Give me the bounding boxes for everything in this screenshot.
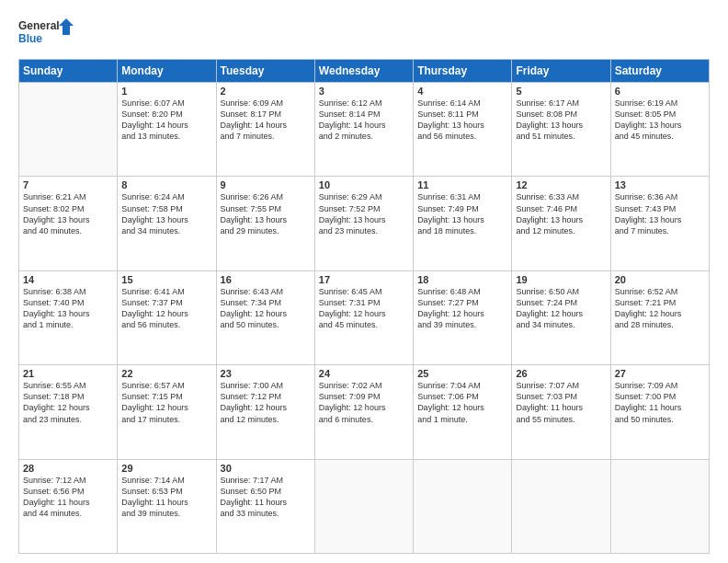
day-info: Sunrise: 7:09 AMSunset: 7:00 PMDaylight:… xyxy=(615,380,705,425)
logo-svg: General Blue xyxy=(18,17,74,50)
calendar-header-thursday: Thursday xyxy=(414,60,512,83)
calendar-header-saturday: Saturday xyxy=(610,60,709,83)
day-number: 3 xyxy=(319,86,409,97)
day-number: 4 xyxy=(417,86,507,97)
day-number: 9 xyxy=(221,179,311,190)
day-number: 25 xyxy=(417,368,507,379)
calendar-cell: 9Sunrise: 6:26 AMSunset: 7:55 PMDaylight… xyxy=(216,177,314,270)
calendar-cell xyxy=(414,459,512,553)
day-number: 15 xyxy=(121,274,211,285)
calendar-cell: 10Sunrise: 6:29 AMSunset: 7:52 PMDayligh… xyxy=(314,177,413,270)
day-info: Sunrise: 6:41 AMSunset: 7:37 PMDaylight:… xyxy=(121,286,211,331)
day-number: 8 xyxy=(121,179,211,190)
day-info: Sunrise: 7:00 AMSunset: 7:12 PMDaylight:… xyxy=(221,380,311,425)
day-info: Sunrise: 6:12 AMSunset: 8:14 PMDaylight:… xyxy=(319,98,409,143)
calendar-week-3: 14Sunrise: 6:38 AMSunset: 7:40 PMDayligh… xyxy=(19,270,710,364)
calendar-cell: 26Sunrise: 7:07 AMSunset: 7:03 PMDayligh… xyxy=(512,365,610,459)
day-number: 20 xyxy=(615,274,705,285)
day-number: 22 xyxy=(121,368,211,379)
day-info: Sunrise: 7:14 AMSunset: 6:53 PMDaylight:… xyxy=(121,475,211,520)
calendar-cell: 15Sunrise: 6:41 AMSunset: 7:37 PMDayligh… xyxy=(118,270,216,364)
calendar-week-4: 21Sunrise: 6:55 AMSunset: 7:18 PMDayligh… xyxy=(19,365,710,459)
calendar-cell xyxy=(512,459,610,553)
day-number: 5 xyxy=(516,86,606,97)
day-info: Sunrise: 6:31 AMSunset: 7:49 PMDaylight:… xyxy=(417,191,507,236)
logo-triangle xyxy=(59,18,74,35)
calendar-header-monday: Monday xyxy=(118,60,216,83)
day-info: Sunrise: 7:07 AMSunset: 7:03 PMDaylight:… xyxy=(516,380,606,425)
day-info: Sunrise: 6:43 AMSunset: 7:34 PMDaylight:… xyxy=(221,286,311,331)
calendar-cell: 25Sunrise: 7:04 AMSunset: 7:06 PMDayligh… xyxy=(414,365,512,459)
day-info: Sunrise: 6:55 AMSunset: 7:18 PMDaylight:… xyxy=(23,380,113,425)
day-number: 7 xyxy=(23,179,113,190)
calendar-cell: 1Sunrise: 6:07 AMSunset: 8:20 PMDaylight… xyxy=(118,83,216,177)
calendar-cell xyxy=(314,459,413,553)
calendar-cell: 30Sunrise: 7:17 AMSunset: 6:50 PMDayligh… xyxy=(216,459,314,553)
day-info: Sunrise: 6:19 AMSunset: 8:05 PMDaylight:… xyxy=(615,98,705,143)
calendar-header-tuesday: Tuesday xyxy=(216,60,314,83)
calendar-cell: 7Sunrise: 6:21 AMSunset: 8:02 PMDaylight… xyxy=(19,177,118,270)
day-info: Sunrise: 7:04 AMSunset: 7:06 PMDaylight:… xyxy=(417,380,507,425)
day-number: 29 xyxy=(121,463,211,474)
calendar-cell: 14Sunrise: 6:38 AMSunset: 7:40 PMDayligh… xyxy=(19,270,118,364)
calendar-cell: 24Sunrise: 7:02 AMSunset: 7:09 PMDayligh… xyxy=(314,365,413,459)
logo: General Blue xyxy=(18,17,74,50)
calendar-cell: 6Sunrise: 6:19 AMSunset: 8:05 PMDaylight… xyxy=(610,83,709,177)
day-info: Sunrise: 6:09 AMSunset: 8:17 PMDaylight:… xyxy=(221,98,311,143)
calendar-cell: 3Sunrise: 6:12 AMSunset: 8:14 PMDaylight… xyxy=(314,83,413,177)
day-number: 11 xyxy=(417,179,507,190)
day-number: 30 xyxy=(221,463,311,474)
day-number: 16 xyxy=(221,274,311,285)
logo-general: General xyxy=(18,19,60,32)
day-info: Sunrise: 6:57 AMSunset: 7:15 PMDaylight:… xyxy=(121,380,211,425)
day-info: Sunrise: 6:17 AMSunset: 8:08 PMDaylight:… xyxy=(516,98,606,143)
day-info: Sunrise: 6:24 AMSunset: 7:58 PMDaylight:… xyxy=(121,191,211,236)
calendar-table: SundayMondayTuesdayWednesdayThursdayFrid… xyxy=(18,59,710,554)
day-info: Sunrise: 6:21 AMSunset: 8:02 PMDaylight:… xyxy=(23,191,113,236)
page: General Blue SundayMondayTuesdayWednesda… xyxy=(0,0,728,563)
day-number: 14 xyxy=(23,274,113,285)
calendar-cell xyxy=(610,459,709,553)
day-number: 10 xyxy=(319,179,409,190)
calendar-cell: 12Sunrise: 6:33 AMSunset: 7:46 PMDayligh… xyxy=(512,177,610,270)
day-info: Sunrise: 7:12 AMSunset: 6:56 PMDaylight:… xyxy=(23,475,113,520)
calendar-header-wednesday: Wednesday xyxy=(314,60,413,83)
day-number: 23 xyxy=(221,368,311,379)
day-info: Sunrise: 6:38 AMSunset: 7:40 PMDaylight:… xyxy=(23,286,113,331)
calendar-week-2: 7Sunrise: 6:21 AMSunset: 8:02 PMDaylight… xyxy=(19,177,710,270)
day-number: 2 xyxy=(221,86,311,97)
day-info: Sunrise: 7:02 AMSunset: 7:09 PMDaylight:… xyxy=(319,380,409,425)
calendar-cell: 18Sunrise: 6:48 AMSunset: 7:27 PMDayligh… xyxy=(414,270,512,364)
calendar-cell: 21Sunrise: 6:55 AMSunset: 7:18 PMDayligh… xyxy=(19,365,118,459)
day-number: 13 xyxy=(615,179,705,190)
day-info: Sunrise: 6:33 AMSunset: 7:46 PMDaylight:… xyxy=(516,191,606,236)
calendar-week-5: 28Sunrise: 7:12 AMSunset: 6:56 PMDayligh… xyxy=(19,459,710,553)
day-number: 27 xyxy=(615,368,705,379)
logo-blue: Blue xyxy=(18,32,42,45)
calendar-cell: 5Sunrise: 6:17 AMSunset: 8:08 PMDaylight… xyxy=(512,83,610,177)
calendar-cell: 4Sunrise: 6:14 AMSunset: 8:11 PMDaylight… xyxy=(414,83,512,177)
calendar-cell xyxy=(19,83,118,177)
day-number: 26 xyxy=(516,368,606,379)
calendar-cell: 8Sunrise: 6:24 AMSunset: 7:58 PMDaylight… xyxy=(118,177,216,270)
calendar-cell: 27Sunrise: 7:09 AMSunset: 7:00 PMDayligh… xyxy=(610,365,709,459)
calendar-cell: 13Sunrise: 6:36 AMSunset: 7:43 PMDayligh… xyxy=(610,177,709,270)
calendar-cell: 23Sunrise: 7:00 AMSunset: 7:12 PMDayligh… xyxy=(216,365,314,459)
calendar-cell: 16Sunrise: 6:43 AMSunset: 7:34 PMDayligh… xyxy=(216,270,314,364)
day-number: 28 xyxy=(23,463,113,474)
day-info: Sunrise: 6:29 AMSunset: 7:52 PMDaylight:… xyxy=(319,191,409,236)
calendar-cell: 2Sunrise: 6:09 AMSunset: 8:17 PMDaylight… xyxy=(216,83,314,177)
calendar-week-1: 1Sunrise: 6:07 AMSunset: 8:20 PMDaylight… xyxy=(19,83,710,177)
calendar-header-friday: Friday xyxy=(512,60,610,83)
day-info: Sunrise: 6:50 AMSunset: 7:24 PMDaylight:… xyxy=(516,286,606,331)
day-number: 19 xyxy=(516,274,606,285)
day-number: 1 xyxy=(121,86,211,97)
day-info: Sunrise: 6:45 AMSunset: 7:31 PMDaylight:… xyxy=(319,286,409,331)
day-info: Sunrise: 6:26 AMSunset: 7:55 PMDaylight:… xyxy=(221,191,311,236)
day-info: Sunrise: 6:36 AMSunset: 7:43 PMDaylight:… xyxy=(615,191,705,236)
calendar-cell: 28Sunrise: 7:12 AMSunset: 6:56 PMDayligh… xyxy=(19,459,118,553)
day-info: Sunrise: 6:48 AMSunset: 7:27 PMDaylight:… xyxy=(417,286,507,331)
calendar-cell: 17Sunrise: 6:45 AMSunset: 7:31 PMDayligh… xyxy=(314,270,413,364)
day-info: Sunrise: 6:52 AMSunset: 7:21 PMDaylight:… xyxy=(615,286,705,331)
day-info: Sunrise: 6:07 AMSunset: 8:20 PMDaylight:… xyxy=(121,98,211,143)
